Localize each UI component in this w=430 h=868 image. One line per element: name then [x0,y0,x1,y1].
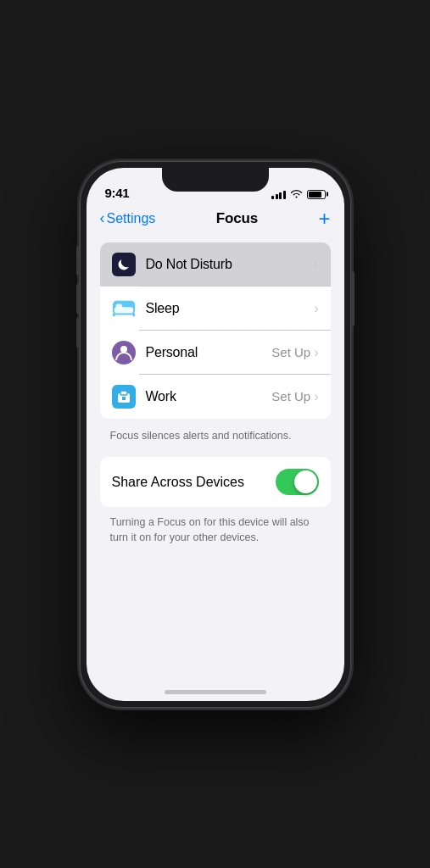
back-button[interactable]: ‹ Settings [100,211,156,226]
focus-item-do-not-disturb[interactable]: Do Not Disturb › [100,242,331,287]
chevron-right-icon: › [314,345,318,360]
svg-rect-9 [120,391,127,395]
share-across-devices-group: Share Across Devices [100,457,331,507]
focus-item-action: Set Up [271,389,310,403]
share-across-devices-label: Share Across Devices [112,475,276,490]
moon-icon [112,253,136,276]
focus-list: Do Not Disturb › Sleep [100,242,331,419]
chevron-right-icon: › [314,257,318,272]
home-bar [165,690,266,694]
phone-device: 9:41 [80,161,351,708]
focus-item-label: Personal [146,345,272,360]
chevron-right-icon: › [314,389,318,404]
chevron-right-icon: › [314,301,318,316]
status-time: 9:41 [105,186,130,200]
svg-rect-2 [115,303,121,309]
focus-item-personal[interactable]: Personal Set Up › [100,331,331,375]
svg-point-6 [120,346,127,353]
wifi-icon [290,189,303,200]
signal-icon [271,190,286,199]
home-indicator [87,672,344,701]
add-button[interactable]: + [318,209,330,229]
focus-item-action: Set Up [271,345,310,359]
share-caption: Turning a Focus on for this device will … [87,512,344,559]
focus-item-label: Work [146,389,272,404]
toggle-knob [294,470,317,493]
content-area: Do Not Disturb › Sleep [87,236,344,672]
chevron-left-icon: ‹ [100,210,105,225]
work-icon [112,385,136,409]
share-across-devices-item: Share Across Devices [100,457,331,507]
svg-rect-3 [112,313,114,316]
focus-item-label: Do Not Disturb [146,257,315,272]
focus-caption: Focus silences alerts and notifications. [87,426,344,454]
person-icon [112,341,136,364]
back-label: Settings [107,211,156,226]
svg-rect-10 [122,397,126,400]
notch [162,168,269,192]
focus-item-sleep[interactable]: Sleep › [100,287,331,331]
phone-screen: 9:41 [87,168,344,701]
svg-rect-4 [132,313,135,316]
status-icons [271,189,326,200]
navigation-bar: ‹ Settings Focus + [87,205,344,236]
share-across-devices-toggle[interactable] [276,469,319,495]
page-title: Focus [216,210,258,227]
focus-item-label: Sleep [146,301,315,316]
battery-icon [307,190,326,199]
focus-item-work[interactable]: Work Set Up › [100,375,331,419]
bed-icon [112,297,136,320]
